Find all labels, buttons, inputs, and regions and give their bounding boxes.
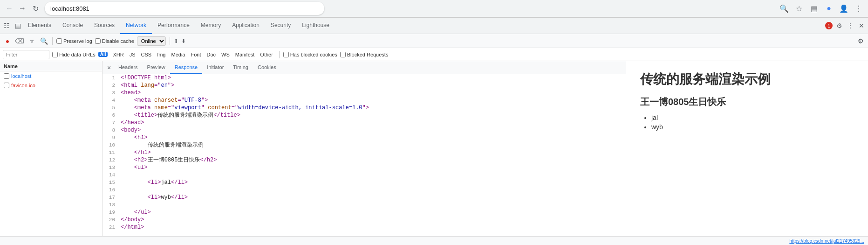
tab-cookies[interactable]: Cookies — [253, 61, 281, 74]
network-settings-icon[interactable]: ⚙ — [856, 36, 865, 46]
preserve-log-checkbox[interactable]: Preserve log — [56, 38, 92, 44]
line-number: 13 — [103, 164, 119, 171]
menu-icon[interactable]: ⋮ — [853, 3, 864, 14]
filter-ws[interactable]: WS — [219, 51, 232, 58]
throttle-select[interactable]: Online — [137, 36, 166, 46]
back-button[interactable]: ← — [4, 3, 15, 14]
tab-initiator[interactable]: Initiator — [202, 61, 228, 74]
record-button[interactable]: ● — [3, 36, 12, 46]
filter-xhr[interactable]: XHR — [110, 51, 126, 58]
filter-manifest[interactable]: Manifest — [233, 51, 257, 58]
list-item: wyb — [651, 123, 854, 131]
filter-bar: Hide data URLs All XHR JS CSS Img Media … — [0, 48, 868, 61]
preview-list: jal wyb — [640, 114, 854, 131]
status-link[interactable]: https://blog.csdn.net/jal217495329... — [789, 238, 864, 244]
line-number: 7 — [103, 119, 119, 126]
devtools-dock-btn[interactable]: ☷ — [2, 21, 11, 30]
line-content: <meta name="viewport" content="width=dev… — [119, 104, 626, 112]
line-content: <meta charset="UTF-8"> — [119, 97, 626, 104]
clear-button[interactable]: ⌫ — [15, 36, 24, 46]
tab-preview[interactable]: Preview — [143, 61, 170, 74]
filter-input[interactable] — [3, 50, 49, 59]
filter-icon-button[interactable]: ▿ — [27, 36, 36, 46]
forward-button[interactable]: → — [17, 3, 28, 14]
network-toolbar: ● ⌫ ▿ 🔍 Preserve log Disable cache Onlin… — [0, 34, 868, 48]
tab-security[interactable]: Security — [265, 18, 296, 34]
list-item[interactable]: localhost — [0, 71, 102, 81]
devtools-undock-btn[interactable]: ▤ — [13, 21, 22, 30]
line-content: <title>传统的服务端渲染示例</title> — [119, 112, 626, 119]
line-number: 5 — [103, 104, 119, 112]
all-badge[interactable]: All — [98, 52, 108, 57]
line-number: 15 — [103, 179, 119, 186]
line-content — [119, 186, 626, 194]
export-button[interactable]: ⬇ — [181, 38, 186, 44]
code-line: 18 — [103, 201, 626, 209]
code-view[interactable]: 1<!DOCTYPE html>2<html lang="en">3<head>… — [103, 74, 626, 236]
filter-other[interactable]: Other — [258, 51, 275, 58]
filter-css[interactable]: CSS — [139, 51, 154, 58]
file-checkbox[interactable] — [4, 83, 9, 88]
list-item[interactable]: favicon.ico — [0, 81, 102, 90]
close-response-button[interactable]: × — [104, 63, 114, 72]
filter-img[interactable]: Img — [155, 51, 168, 58]
tab-performance[interactable]: Performance — [152, 18, 195, 34]
tab-response[interactable]: Response — [170, 61, 203, 74]
line-content: </body> — [119, 216, 626, 224]
account-icon[interactable]: 👤 — [838, 3, 849, 14]
address-input[interactable] — [45, 2, 324, 15]
disable-cache-checkbox[interactable]: Disable cache — [95, 38, 134, 44]
line-content: </h1> — [119, 149, 626, 156]
line-content: <body> — [119, 126, 626, 134]
code-line: 6 <title>传统的服务端渲染示例</title> — [103, 112, 626, 119]
nav-buttons: ← → ↻ — [4, 3, 41, 14]
response-panel: × Headers Preview Response Initiator Tim… — [103, 61, 626, 236]
settings-icon[interactable]: ⚙ — [834, 21, 844, 30]
tab-headers[interactable]: Headers — [114, 61, 143, 74]
more-options-icon[interactable]: ⋮ — [846, 21, 855, 30]
line-number: 21 — [103, 224, 119, 231]
filter-doc[interactable]: Doc — [204, 51, 218, 58]
code-line: 15 <li>jal</li> — [103, 179, 626, 186]
code-line: 7</head> — [103, 119, 626, 126]
line-content — [119, 171, 626, 179]
blocked-requests-checkbox[interactable]: Blocked Requests — [340, 52, 389, 57]
has-blocked-cookies-checkbox[interactable]: Has blocked cookies — [283, 52, 337, 57]
status-bar: https://blog.csdn.net/jal217495329... — [0, 236, 868, 245]
tab-application[interactable]: Application — [226, 18, 265, 34]
filter-js[interactable]: JS — [127, 51, 138, 58]
tab-elements[interactable]: Elements — [22, 18, 57, 34]
code-line: 13 <ul> — [103, 164, 626, 171]
reload-button[interactable]: ↻ — [30, 3, 41, 14]
divider — [52, 37, 53, 45]
tab-network[interactable]: Network — [120, 18, 152, 34]
tab-timing[interactable]: Timing — [228, 61, 253, 74]
line-number: 19 — [103, 209, 119, 216]
close-devtools-button[interactable]: ✕ — [857, 21, 866, 30]
tab-console[interactable]: Console — [57, 18, 89, 34]
search-button[interactable]: 🔍 — [39, 36, 48, 46]
line-number: 2 — [103, 82, 119, 89]
address-bar: ← → ↻ 🔍 ☆ ▤ ● 👤 ⋮ — [0, 0, 868, 17]
tab-memory[interactable]: Memory — [195, 18, 226, 34]
browser-toolbar-right: 🔍 ☆ ▤ ● 👤 ⋮ — [779, 3, 864, 14]
line-number: 6 — [103, 112, 119, 119]
search-icon[interactable]: 🔍 — [779, 3, 790, 14]
star-icon[interactable]: ☆ — [793, 3, 805, 14]
filter-media[interactable]: Media — [169, 51, 187, 58]
code-line: 2<html lang="en"> — [103, 82, 626, 89]
hide-data-urls-checkbox[interactable]: Hide data URLs — [52, 52, 96, 57]
list-item: jal — [651, 114, 854, 121]
code-line: 3<head> — [103, 89, 626, 97]
file-checkbox[interactable] — [4, 73, 9, 79]
preview-subtitle: 王一博0805生日快乐 — [640, 96, 854, 108]
tab-icon[interactable]: ▤ — [808, 3, 820, 14]
chrome-icon[interactable]: ● — [823, 3, 834, 14]
line-number: 14 — [103, 171, 119, 179]
line-content: <h2>王一博0805生日快乐</h2> — [119, 156, 626, 164]
tab-lighthouse[interactable]: Lighthouse — [296, 18, 335, 34]
line-number: 9 — [103, 134, 119, 141]
filter-font[interactable]: Font — [188, 51, 203, 58]
tab-sources[interactable]: Sources — [89, 18, 120, 34]
import-button[interactable]: ⬆ — [174, 38, 178, 44]
